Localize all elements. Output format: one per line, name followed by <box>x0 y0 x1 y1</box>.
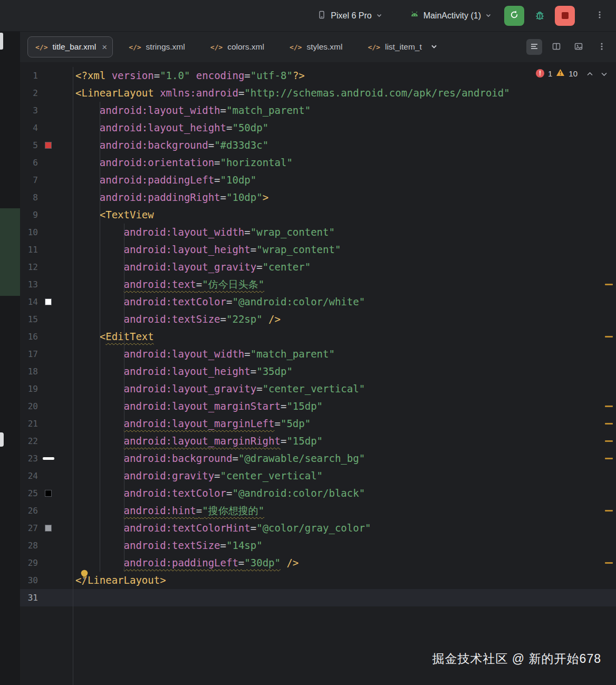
line-number[interactable]: 7 <box>20 171 38 189</box>
line-number[interactable]: 5 <box>20 137 38 154</box>
editor-empty-area[interactable] <box>20 606 616 685</box>
code-line-11[interactable]: 11 android:layout_height="wrap_content" <box>20 241 616 258</box>
code-line-18[interactable]: 18 android:layout_height="35dp" <box>20 363 616 380</box>
code-editor[interactable]: 1<?xml version="1.0" encoding="utf-8"?>2… <box>20 62 616 685</box>
run-config-selector[interactable]: MainActivity (1) <box>410 10 492 22</box>
code-text[interactable]: <EditText <box>73 328 616 345</box>
line-number[interactable]: 28 <box>20 537 38 554</box>
code-line-19[interactable]: 19 android:layout_gravity="center_vertic… <box>20 380 616 398</box>
code-text[interactable]: android:hint="搜你想搜的" <box>73 502 616 519</box>
line-number[interactable]: 31 <box>20 589 38 606</box>
code-text[interactable]: android:orientation="horizontal" <box>73 154 616 171</box>
line-number[interactable]: 8 <box>20 189 38 206</box>
code-line-13[interactable]: 13 android:text="仿今日头条" <box>20 276 616 293</box>
tab-options-button[interactable] <box>593 38 611 56</box>
device-selector[interactable]: Pixel 6 Pro <box>317 10 382 22</box>
warning-stripe-mark[interactable] <box>605 423 613 424</box>
code-line-28[interactable]: 28 android:textSize="14sp" <box>20 537 616 554</box>
warning-stripe-mark[interactable] <box>605 406 613 407</box>
design-view-button[interactable] <box>571 39 586 55</box>
code-line-25[interactable]: 25 android:textColor="@android:color/bla… <box>20 485 616 502</box>
code-text[interactable]: android:layout_marginStart="15dp" <box>73 398 616 415</box>
code-view-button[interactable] <box>526 39 542 55</box>
code-text[interactable]: android:textColorHint="@color/gray_color… <box>73 519 616 537</box>
line-number[interactable]: 11 <box>20 241 38 258</box>
code-line-30[interactable]: 30</LinearLayout> <box>20 572 616 589</box>
line-number[interactable]: 3 <box>20 102 38 119</box>
code-line-7[interactable]: 7 android:paddingLeft="10dp" <box>20 171 616 189</box>
split-view-button[interactable] <box>548 39 564 55</box>
code-text[interactable]: <?xml version="1.0" encoding="utf-8"?> <box>73 67 616 84</box>
line-number[interactable]: 9 <box>20 206 38 224</box>
code-line-17[interactable]: 17 android:layout_width="match_parent" <box>20 345 616 363</box>
line-number[interactable]: 23 <box>20 450 38 467</box>
code-text[interactable]: android:gravity="center_vertical" <box>73 467 616 485</box>
line-number[interactable]: 1 <box>20 67 38 84</box>
warning-stripe-mark[interactable] <box>605 284 613 285</box>
code-text[interactable]: android:background="@drawable/search_bg" <box>73 450 616 467</box>
drawable-preview-swatch[interactable] <box>43 457 54 460</box>
line-number[interactable]: 29 <box>20 554 38 572</box>
line-number[interactable]: 16 <box>20 328 38 345</box>
code-line-8[interactable]: 8 android:paddingRight="10dp"> <box>20 189 616 206</box>
code-line-12[interactable]: 12 android:layout_gravity="center" <box>20 258 616 276</box>
tab-strings.xml[interactable]: </>strings.xml <box>116 32 198 62</box>
code-line-21[interactable]: 21 android:layout_marginLeft="5dp" <box>20 415 616 432</box>
rerun-button[interactable] <box>504 6 524 26</box>
code-line-20[interactable]: 20 android:layout_marginStart="15dp" <box>20 398 616 415</box>
line-number[interactable]: 27 <box>20 519 38 537</box>
color-swatch[interactable] <box>45 490 52 497</box>
warning-stripe-mark[interactable] <box>605 336 613 337</box>
line-number[interactable]: 2 <box>20 84 38 102</box>
code-text[interactable]: android:layout_width="match_parent" <box>73 102 616 119</box>
code-text[interactable]: android:paddingRight="10dp"> <box>73 189 616 206</box>
code-text[interactable]: android:text="仿今日头条" <box>73 276 616 293</box>
line-number[interactable]: 18 <box>20 363 38 380</box>
code-text[interactable]: android:layout_marginLeft="5dp" <box>73 415 616 432</box>
code-line-3[interactable]: 3 android:layout_width="match_parent" <box>20 102 616 119</box>
code-line-9[interactable]: 9 <TextView <box>20 206 616 224</box>
code-text[interactable]: android:layout_gravity="center" <box>73 258 616 276</box>
previous-highlight-button[interactable] <box>586 69 593 78</box>
line-number[interactable]: 6 <box>20 154 38 171</box>
next-highlight-button[interactable] <box>601 69 608 78</box>
code-line-6[interactable]: 6 android:orientation="horizontal" <box>20 154 616 171</box>
line-number[interactable]: 4 <box>20 119 38 137</box>
color-swatch[interactable] <box>45 142 52 149</box>
code-line-29[interactable]: 29 android:paddingLeft="30dp" /> <box>20 554 616 572</box>
code-text[interactable]: android:layout_marginRight="15dp" <box>73 432 616 450</box>
code-line-1[interactable]: 1<?xml version="1.0" encoding="utf-8"?> <box>20 67 616 84</box>
tool-stripe-top-handle[interactable] <box>0 33 3 50</box>
line-number[interactable]: 19 <box>20 380 38 398</box>
code-line-5[interactable]: 5 android:background="#d33d3c" <box>20 137 616 154</box>
tab-list_item_t[interactable]: </>list_item_t <box>355 32 434 62</box>
code-text[interactable]: android:layout_height="35dp" <box>73 363 616 380</box>
warning-stripe-mark[interactable] <box>605 440 613 442</box>
line-number[interactable]: 20 <box>20 398 38 415</box>
code-line-31[interactable]: 31 <box>20 589 616 606</box>
line-number[interactable]: 24 <box>20 467 38 485</box>
code-line-23[interactable]: 23 android:background="@drawable/search_… <box>20 450 616 467</box>
code-text[interactable]: <TextView <box>73 206 616 224</box>
line-number[interactable]: 10 <box>20 224 38 241</box>
code-line-16[interactable]: 16 <EditText <box>20 328 616 345</box>
code-text[interactable]: </LinearLayout> <box>73 572 616 589</box>
code-line-24[interactable]: 24 android:gravity="center_vertical" <box>20 467 616 485</box>
tab-colors.xml[interactable]: </>colors.xml <box>198 32 277 62</box>
code-line-10[interactable]: 10 android:layout_width="wrap_content" <box>20 224 616 241</box>
line-number[interactable]: 21 <box>20 415 38 432</box>
line-number[interactable]: 15 <box>20 311 38 328</box>
tab-styles.xml[interactable]: </>styles.xml <box>277 32 355 62</box>
code-text[interactable]: <LinearLayout xmlns:android="http://sche… <box>73 84 616 102</box>
code-text[interactable]: android:layout_width="wrap_content" <box>73 224 616 241</box>
line-number[interactable]: 26 <box>20 502 38 519</box>
intention-bulb-icon[interactable] <box>79 568 90 583</box>
code-line-4[interactable]: 4 android:layout_height="50dp" <box>20 119 616 137</box>
line-number[interactable]: 17 <box>20 345 38 363</box>
color-swatch[interactable] <box>45 298 52 305</box>
code-text[interactable]: android:layout_width="match_parent" <box>73 345 616 363</box>
line-number[interactable]: 30 <box>20 572 38 589</box>
code-line-2[interactable]: 2<LinearLayout xmlns:android="http://sch… <box>20 84 616 102</box>
tool-window-handle[interactable] <box>0 432 4 447</box>
code-text[interactable]: android:layout_height="50dp" <box>73 119 616 137</box>
